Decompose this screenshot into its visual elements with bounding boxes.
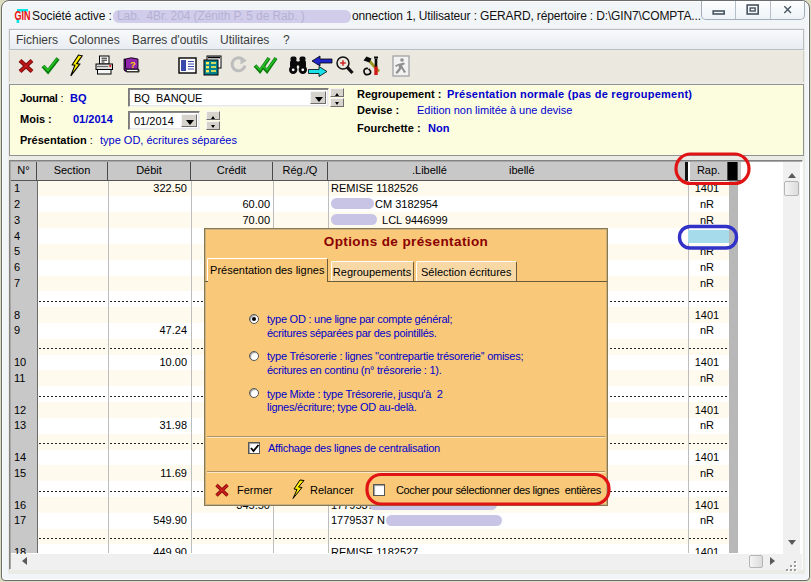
svg-text:?: ? — [130, 59, 136, 70]
svg-text:GIN: GIN — [15, 9, 31, 23]
